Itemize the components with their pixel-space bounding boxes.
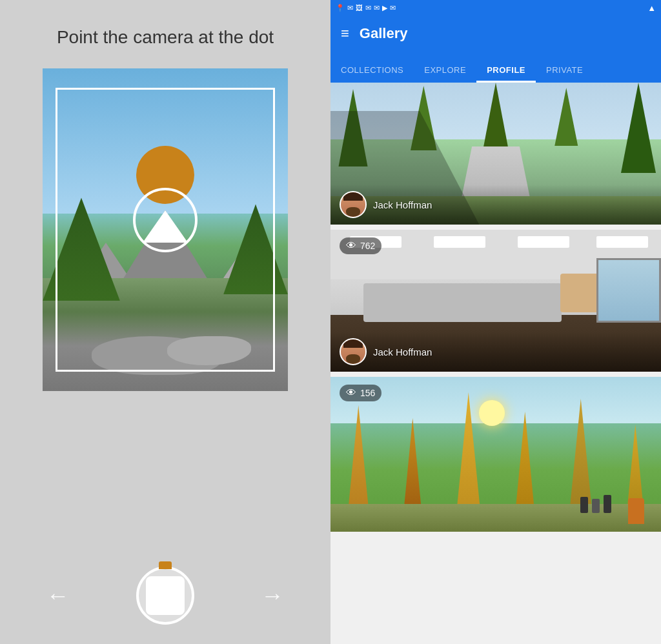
camera-panel: Point the camera at the dot ← → [0,0,330,644]
status-icons-left: 📍 ✉ 🖼 ✉ ✉ ▶ ✉ [336,4,396,12]
capture-button[interactable] [136,567,194,625]
avatar-beard-1 [346,207,361,217]
cyclists [580,495,611,513]
play-icon: ▶ [382,4,387,12]
tab-profile[interactable]: PROFILE [476,57,536,83]
capture-tab [159,561,172,569]
location-icon: 📍 [336,4,345,12]
wifi-icon: ▲ [647,3,656,13]
status-bar: 📍 ✉ 🖼 ✉ ✉ ▶ ✉ ▲ [330,0,661,15]
cyclist-3 [604,495,611,513]
tree-4 [553,88,579,146]
tab-private[interactable]: PRIVATE [536,57,593,83]
photo-icon: 🖼 [356,4,363,12]
status-icons-right: ▲ [647,3,656,13]
photo-card-2[interactable]: 👁 762 Jack Hoffman [330,230,661,372]
camera-viewfinder [43,68,288,391]
orange-figure [628,498,644,524]
ceiling-light-3 [518,236,569,248]
forest-scene [330,377,661,532]
avatar-face-2 [341,339,365,364]
f-tree-6 [626,425,644,508]
ceiling-light-2 [434,236,485,248]
ceiling-light-4 [596,236,648,248]
gallery-panel: 📍 ✉ 🖼 ✉ ✉ ▶ ✉ ▲ ≡ Gallery COLLECTIONS EX… [330,0,661,644]
view-count-2: 👁 762 [340,237,381,254]
mail-icon-2: ✉ [365,4,371,12]
eye-icon-2: 👁 [346,240,356,252]
f-tree-1 [347,405,370,508]
avatar-2 [340,338,367,365]
cyclist-1 [580,497,588,513]
content-area: Jack Hoffman [330,83,661,644]
mail-icon-3: ✉ [374,4,380,12]
app-bar: ≡ Gallery [330,15,661,52]
menu-button[interactable]: ≡ [341,25,349,42]
photo-2-overlay: Jack Hoffman [330,332,661,372]
photo-card-3[interactable]: 👁 156 [330,377,661,532]
camera-controls: ← → [0,567,330,625]
tab-collections[interactable]: COLLECTIONS [330,57,414,83]
counter [363,283,562,322]
f-tree-3 [456,392,482,508]
view-count-3: 👁 156 [340,385,381,401]
avatar-face-1 [341,192,365,217]
instruction-text: Point the camera at the dot [31,26,300,49]
next-arrow[interactable]: → [261,582,284,609]
view-number-2: 762 [360,241,375,251]
back-arrow[interactable]: ← [46,582,70,609]
f-tree-5 [569,399,593,508]
photo-card-1[interactable]: Jack Hoffman [330,83,661,225]
tree-5 [619,83,658,173]
tab-bar: COLLECTIONS EXPLORE PROFILE PRIVATE [330,52,661,83]
tab-explore[interactable]: EXPLORE [414,57,476,83]
f-tree-4 [514,412,535,508]
photo-1-overlay: Jack Hoffman [330,185,661,225]
avatar-beard-2 [346,354,361,364]
user-name-1: Jack Hoffman [373,199,432,210]
user-name-2: Jack Hoffman [373,347,432,357]
cyclist-2 [592,499,600,513]
f-tree-2 [403,418,422,508]
capture-inner [146,576,185,615]
view-number-3: 156 [360,388,375,398]
avatar-hair-1 [343,192,363,201]
targeting-circle [133,188,198,252]
avatar-1 [340,191,367,218]
forest-trees [330,385,661,508]
avatar-hair-2 [343,339,363,348]
mail-icon-1: ✉ [347,4,353,12]
mail-icon-4: ✉ [390,4,396,12]
eye-icon-3: 👁 [346,387,356,399]
window [596,258,661,323]
app-title: Gallery [360,25,651,42]
